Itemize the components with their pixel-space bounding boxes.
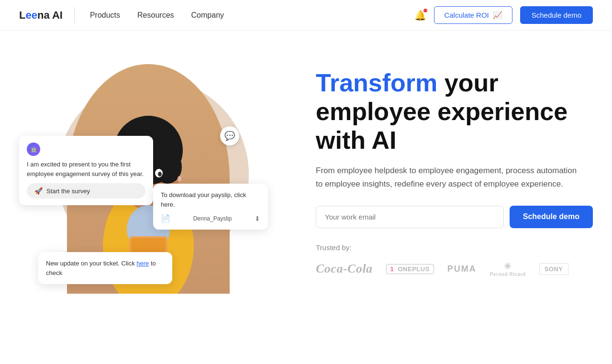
headline: Transform your employee experience with … [316,69,593,154]
hero-left: 💬 💬 🤖 I am excited to present to you the… [19,50,297,318]
calculate-roi-button[interactable]: Calculate ROI 📈 [434,6,512,24]
navbar-links: Products Resources Company [90,11,414,20]
sony-logo: SONY [539,263,568,275]
navbar: Leena AI Products Resources Company 🔔 Ca… [0,0,612,31]
trusted-label: Trusted by: [316,243,593,252]
chat-card-engagement: 🤖 I am excited to present to you the fir… [19,136,153,205]
ticket-text: New update on your ticket. Click here to… [46,259,165,277]
chart-icon: 📈 [493,11,502,20]
chat-bubble-icon: 💬 [224,131,235,141]
navbar-actions: 🔔 Calculate ROI 📈 Schedule demo [414,6,593,24]
avatar: 🤖 [27,143,40,156]
pernod-ricard-logo: ✳ Pernod Ricard [490,261,526,277]
nav-resources[interactable]: Resources [137,11,174,20]
bubble-icon-1: 💬 [220,126,239,145]
svg-point-9 [158,172,162,176]
chat-card-header: 🤖 [27,143,145,156]
ticket-text-before: New update on your ticket. Click [46,260,136,267]
start-survey-label: Start the survey [46,188,90,195]
headline-transform: Transform [316,69,437,97]
email-cta-row: Schedule demo [316,206,593,228]
pdf-icon: 📄 [161,214,170,223]
logo-text: Leena AI [19,9,63,22]
download-icon[interactable]: ⬇ [255,215,260,222]
payslip-text: To download your payslip, click here. [161,190,260,209]
start-survey-button[interactable]: 🚀 Start the survey [27,183,145,199]
calculate-roi-label: Calculate ROI [444,11,489,19]
nav-products[interactable]: Products [90,11,120,20]
pdf-filename: Denna_Payslip [193,215,232,222]
trusted-logos: Coca‑Cola 1 ONEPLUS PUMA ✳ Pernod Ricard… [316,261,593,277]
notification-dot [423,9,427,12]
ticket-link[interactable]: here [136,260,149,267]
chat-card-ticket: New update on your ticket. Click here to… [38,252,172,284]
hero-image-wrapper: 💬 💬 🤖 I am excited to present to you the… [19,50,268,298]
bot-icon: 🤖 [30,146,37,153]
svg-point-5 [153,150,182,184]
hero-right: Transform your employee experience with … [316,50,593,277]
logo[interactable]: Leena AI [19,9,63,22]
puma-logo: PUMA [447,264,477,274]
engagement-survey-text: I am excited to present to you the first… [27,160,145,178]
schedule-demo-button[interactable]: Schedule demo [510,206,593,228]
notification-bell[interactable]: 🔔 [414,10,426,21]
nav-company[interactable]: Company [191,11,224,20]
pdf-row: 📄 Denna_Payslip ⬇ [161,214,260,223]
coca-cola-logo: Coca‑Cola [316,262,373,276]
email-input[interactable] [316,206,504,228]
hero-subtext: From employee helpdesk to employee engag… [316,164,584,190]
chat-card-payslip: To download your payslip, click here. 📄 … [153,184,268,230]
navbar-divider [74,7,75,24]
main-content: 💬 💬 🤖 I am excited to present to you the… [0,31,612,337]
oneplus-logo: 1 ONEPLUS [386,264,434,274]
svg-point-11 [178,176,181,182]
rocket-icon: 🚀 [34,187,43,195]
schedule-demo-nav-button[interactable]: Schedule demo [520,6,593,24]
